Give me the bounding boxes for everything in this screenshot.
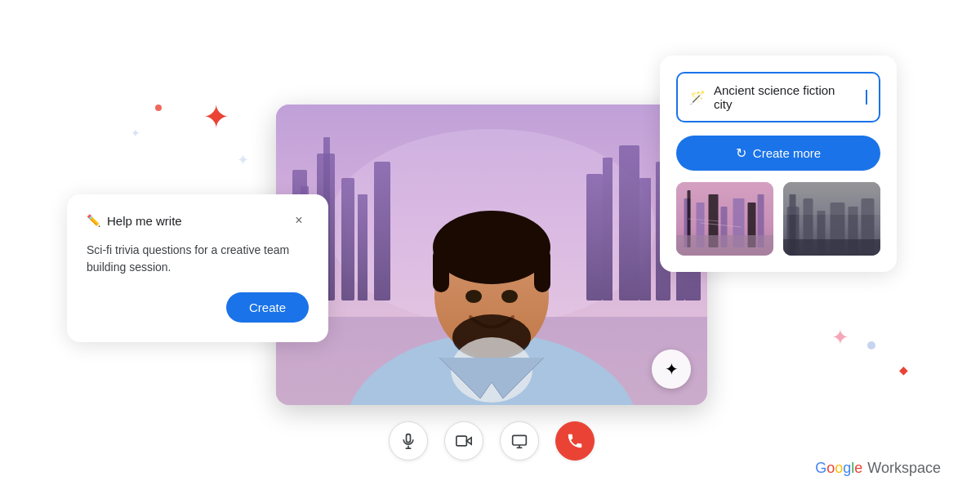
video-frame: ✦: [276, 105, 707, 405]
create-more-label: Create more: [753, 146, 821, 160]
svg-point-24: [501, 290, 518, 303]
refresh-icon: ↻: [736, 145, 746, 161]
create-button[interactable]: Create: [226, 292, 309, 323]
dot-blue-right: [867, 341, 875, 349]
svg-rect-50: [783, 182, 880, 215]
wand-icon: 🪄: [689, 90, 706, 105]
screen-share-icon: [511, 433, 528, 449]
pen-icon: ✏️: [87, 214, 100, 227]
svg-rect-22: [534, 247, 550, 292]
card-title-row: ✏️ Help me write: [87, 214, 182, 228]
workspace-text: Workspace: [867, 460, 941, 477]
card-header: ✏️ Help me write ×: [87, 211, 309, 230]
google-letter-g2: g: [843, 460, 851, 476]
sparkle-red-large: ✦: [203, 98, 230, 136]
create-more-button[interactable]: ↻ Create more: [676, 136, 880, 171]
svg-rect-51: [407, 434, 411, 443]
end-call-button[interactable]: [555, 421, 595, 461]
svg-marker-54: [466, 438, 471, 444]
camera-icon: [456, 433, 472, 449]
sparkle-button[interactable]: ✦: [652, 349, 691, 389]
google-letter-o1: o: [826, 460, 835, 476]
thumbnail-2[interactable]: [783, 182, 880, 256]
mic-button[interactable]: [389, 421, 428, 461]
camera-button[interactable]: [444, 421, 483, 461]
mic-icon: [400, 433, 416, 449]
google-workspace-logo: Google Workspace: [815, 460, 941, 477]
svg-rect-10: [603, 158, 612, 300]
svg-rect-38: [676, 235, 773, 256]
google-letter-e: e: [854, 460, 862, 476]
card-title: Help me write: [107, 214, 182, 228]
svg-rect-8: [374, 162, 390, 300]
svg-rect-56: [513, 435, 527, 445]
prompt-text: Ancient science fiction city: [714, 83, 857, 111]
svg-rect-7: [358, 194, 368, 300]
thumbnail-2-image: [783, 182, 880, 256]
sparkle-icon: ✦: [665, 359, 679, 379]
svg-rect-55: [457, 436, 467, 446]
svg-rect-9: [586, 174, 603, 300]
dot-red-top: [155, 105, 162, 111]
google-letter-g: G: [815, 460, 826, 476]
svg-rect-21: [433, 247, 449, 292]
sparkle-blue-small: ✦: [131, 127, 140, 140]
close-button[interactable]: ×: [289, 211, 309, 230]
video-controls-bar: [276, 421, 707, 461]
image-gen-card: 🪄 Ancient science fiction city ↻ Create …: [660, 56, 897, 272]
help-write-card: ✏️ Help me write × Sci-fi trivia questio…: [67, 194, 328, 342]
sparkle-pink-right: ✦: [831, 325, 849, 350]
google-letter-o2: o: [835, 460, 843, 476]
svg-point-20: [433, 211, 550, 284]
card-body-text: Sci-fi trivia questions for a creative t…: [87, 242, 309, 276]
svg-rect-11: [619, 145, 639, 300]
thumbnail-1[interactable]: [676, 182, 773, 256]
sparkle-blue-medium: ✦: [237, 151, 249, 169]
screen-share-button[interactable]: [500, 421, 539, 461]
svg-rect-49: [783, 239, 880, 256]
image-thumbnails: [676, 182, 880, 256]
text-cursor: [866, 90, 867, 105]
prompt-input-area[interactable]: 🪄 Ancient science fiction city: [676, 72, 880, 122]
svg-point-23: [466, 290, 482, 303]
thumbnail-1-image: [676, 182, 773, 256]
end-call-icon: [566, 432, 584, 450]
video-background: [276, 105, 707, 405]
google-logo-text: Google: [815, 460, 862, 477]
diamond-red-right: ◆: [899, 363, 908, 376]
svg-rect-6: [341, 178, 354, 300]
svg-rect-12: [639, 178, 651, 300]
